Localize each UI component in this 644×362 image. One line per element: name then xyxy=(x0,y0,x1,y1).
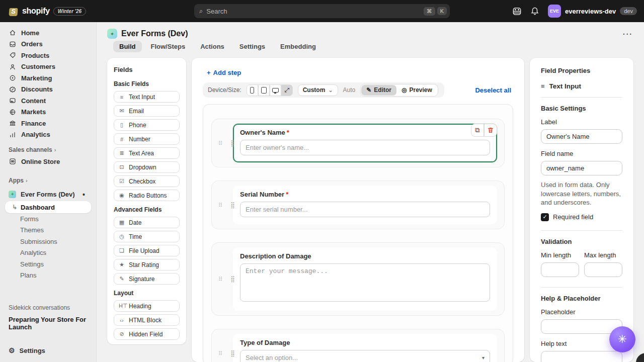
editor-tab[interactable]: ✎ Editor xyxy=(361,85,396,96)
field-type-file-upload-button[interactable]: ❏ File Upload xyxy=(114,245,180,256)
field-name-label: Field name xyxy=(541,150,622,157)
sidebar-item-plans[interactable]: Plans xyxy=(0,270,96,282)
preview-tab[interactable]: ◎ Preview xyxy=(396,85,437,96)
star-rating-icon: ★ xyxy=(119,261,125,268)
field-type-email-button[interactable]: ✉ Email xyxy=(114,105,180,117)
sidebar-item-content[interactable]: Content xyxy=(0,95,96,107)
field-preview-select[interactable]: Select an option...▾ xyxy=(240,350,490,362)
drag-handle-icon[interactable]: ⠿ xyxy=(218,276,222,283)
drag-handle-icon[interactable]: ⣿ xyxy=(230,202,235,209)
field-type-radio-buttons-button[interactable]: ◉ Radio Buttons xyxy=(114,190,180,201)
sidebar-item-home[interactable]: Home xyxy=(0,27,96,39)
sidebar-item-submissions[interactable]: Submissions xyxy=(0,236,96,247)
size-select[interactable]: Custom ⌄ xyxy=(298,84,338,96)
signature-icon: ✎ xyxy=(119,276,125,282)
label-field[interactable] xyxy=(541,129,622,144)
sidekick-fab-button[interactable]: ✳ xyxy=(609,326,635,352)
sidebar-item-orders[interactable]: Orders xyxy=(0,39,96,50)
form-field-card[interactable]: ⠿ ⣿ Type of Damage Select an option...▾ xyxy=(211,329,505,362)
field-type-text-input-button[interactable]: ≡ Text Input xyxy=(114,91,180,103)
field-type-date-button[interactable]: ▦ Date xyxy=(114,217,180,228)
shopify-bag-icon: S xyxy=(8,6,19,17)
drag-handle-icon[interactable]: ⣿ xyxy=(230,350,235,357)
sidebar-item-settings[interactable]: ⚙ Settings xyxy=(0,343,96,358)
form-field-card[interactable]: ⠿ ⣿ Description of Damage xyxy=(211,242,505,316)
field-type-number-button[interactable]: # Number xyxy=(114,133,180,145)
sidebar-item-online-store[interactable]: Online Store xyxy=(0,156,96,167)
form-field-card[interactable]: ⠿ ⣿ ⧉ Owner's Name* xyxy=(211,119,505,167)
field-owner-s-name[interactable]: ⣿ ⧉ Owner's Name* xyxy=(233,124,497,162)
field-type-signature-button[interactable]: ✎ Signature xyxy=(114,273,180,285)
apps-header[interactable]: Apps› xyxy=(0,175,96,186)
required-asterisk: * xyxy=(286,191,288,198)
sidebar-item-ever-forms-app[interactable]: ✦ Ever Forms (Dev) • xyxy=(0,189,96,201)
max-length-field[interactable] xyxy=(584,262,622,277)
field-preview-input[interactable] xyxy=(240,140,490,155)
device-fullsize-button[interactable]: ⤢ xyxy=(281,84,293,96)
form-field-card[interactable]: ⠿ ⣿ Serial Number* xyxy=(211,180,505,229)
sidebar-item-forms[interactable]: Forms xyxy=(0,213,96,225)
device-tablet-button[interactable] xyxy=(258,84,270,96)
sidebar-item-finance[interactable]: Finance xyxy=(0,118,96,129)
tab-actions[interactable]: Actions xyxy=(194,41,230,52)
page-more-actions-button[interactable]: ··· xyxy=(623,30,633,38)
add-step-button[interactable]: + Add step xyxy=(207,69,513,76)
drag-handle-icon[interactable]: ⠿ xyxy=(218,350,222,356)
browser-window-icon[interactable] xyxy=(512,6,522,16)
deselect-all-link[interactable]: Deselect all xyxy=(475,86,511,94)
sidebar-item-marketing[interactable]: Marketing xyxy=(0,72,96,84)
drag-handle-icon[interactable]: ⠿ xyxy=(218,140,222,146)
sidebar-item-products[interactable]: Products xyxy=(0,50,96,61)
drag-handle-icon[interactable]: ⣿ xyxy=(230,140,235,147)
plus-icon: + xyxy=(207,69,211,76)
tab-settings[interactable]: Settings xyxy=(233,41,271,52)
tab-build[interactable]: Build xyxy=(113,41,142,52)
sidebar-item-analytics[interactable]: Analytics xyxy=(0,129,96,141)
drag-handle-icon[interactable]: ⠿ xyxy=(218,202,222,208)
device-phone-button[interactable] xyxy=(247,84,258,96)
global-search-input[interactable]: ⌕ Search ⌘ K xyxy=(194,4,450,18)
sidebar-item-analytics[interactable]: Analytics xyxy=(0,247,96,259)
field-type-phone-button[interactable]: ▯ Phone xyxy=(114,119,180,131)
required-field-checkbox[interactable]: ✓ Required field xyxy=(541,213,622,221)
sidebar-item-markets[interactable]: Markets xyxy=(0,107,96,118)
app-pin-dot[interactable]: • xyxy=(83,191,85,199)
field-type-of-damage[interactable]: ⣿ Type of Damage Select an option...▾ xyxy=(233,334,497,362)
tab-embedding[interactable]: Embedding xyxy=(274,41,322,52)
device-desktop-button[interactable] xyxy=(270,84,281,96)
form-step-area: ⠿ ⣿ ⧉ Owner's Name* ⠿ ⣿ Serial Number* ⠿ xyxy=(203,104,513,362)
sidebar-item-settings[interactable]: Settings xyxy=(0,258,96,270)
gear-icon: ⚙ xyxy=(9,346,15,354)
sales-channels-header[interactable]: Sales channels› xyxy=(0,145,96,155)
field-type-html-block-button[interactable]: ‹› HTML Block xyxy=(114,314,180,326)
tab-flow-steps[interactable]: Flow/Steps xyxy=(145,41,192,52)
duplicate-field-button[interactable]: ⧉ xyxy=(471,124,484,137)
field-type-hidden-field-button[interactable]: ⊘ Hidden Field xyxy=(114,328,180,340)
field-type-checkbox-button[interactable]: ☑ Checkbox xyxy=(114,175,180,187)
ever-forms-app-icon: ✦ xyxy=(9,191,16,198)
sidebar-item-discounts[interactable]: Discounts xyxy=(0,84,96,96)
field-type-star-rating-button[interactable]: ★ Star Rating xyxy=(114,259,180,270)
sidebar-item-dashboard[interactable]: ↳ Dashboard xyxy=(5,201,91,213)
field-type-dropdown-button[interactable]: ⊡ Dropdown xyxy=(114,161,180,173)
field-type-heading-button[interactable]: H⊤ Heading xyxy=(114,300,180,312)
sidebar-item-themes[interactable]: Themes xyxy=(0,225,96,236)
shopify-logo[interactable]: S shopify Winter '26 xyxy=(0,6,97,17)
field-description-of-damage[interactable]: ⣿ Description of Damage xyxy=(233,247,497,311)
sidebar-item-customers[interactable]: Customers xyxy=(0,61,96,73)
sidekick-conversation-item[interactable]: Preparing Your Store For Launch xyxy=(0,316,96,331)
field-preview-input[interactable] xyxy=(240,202,490,217)
field-preview-textarea[interactable] xyxy=(240,263,490,302)
drag-handle-icon[interactable]: ⣿ xyxy=(230,276,235,283)
delete-field-button[interactable] xyxy=(484,124,497,137)
max-length-label: Max length xyxy=(584,251,622,259)
min-length-field[interactable] xyxy=(541,262,579,277)
field-type-text-area-button[interactable]: ≣ Text Area xyxy=(114,147,180,159)
field-type-time-button[interactable]: ◷ Time xyxy=(114,231,180,242)
field-name-field[interactable] xyxy=(541,161,622,175)
help-text-field[interactable] xyxy=(541,351,622,362)
notifications-bell-icon[interactable] xyxy=(530,6,540,16)
placeholder-field[interactable] xyxy=(541,319,622,334)
field-serial-number[interactable]: ⣿ Serial Number* xyxy=(233,186,497,224)
store-switcher[interactable]: EVE everreviews-dev dev xyxy=(548,5,637,18)
